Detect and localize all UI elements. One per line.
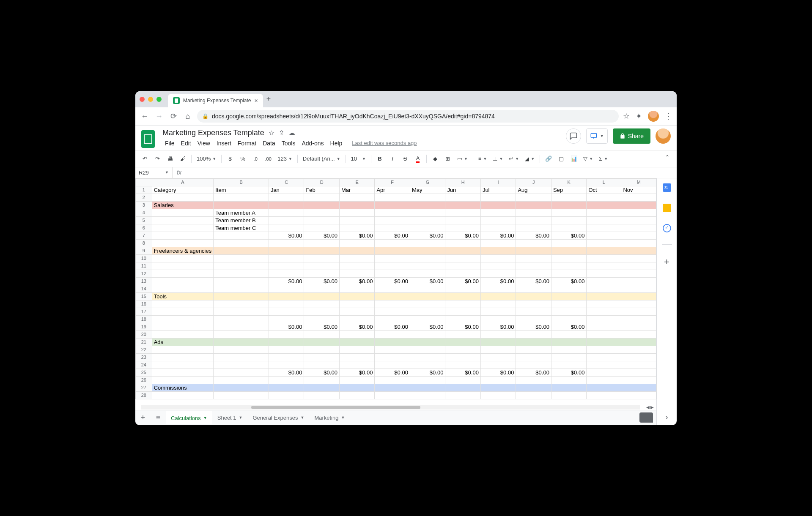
cell[interactable] <box>339 308 375 315</box>
cell[interactable] <box>587 361 621 369</box>
cell[interactable] <box>516 285 551 292</box>
close-tab-icon[interactable]: × <box>255 97 258 104</box>
cell[interactable] <box>621 315 656 323</box>
menu-data[interactable]: Data <box>260 139 278 147</box>
cell[interactable] <box>152 369 214 376</box>
cell[interactable] <box>375 384 410 391</box>
cell[interactable]: Nov <box>621 186 656 194</box>
zoom-selector[interactable]: 100%▼ <box>194 153 219 165</box>
cell[interactable] <box>587 216 621 224</box>
cell[interactable] <box>551 330 587 338</box>
cell[interactable] <box>152 270 214 277</box>
cell[interactable] <box>551 224 587 232</box>
cell[interactable] <box>375 353 410 361</box>
cloud-status-icon[interactable]: ☁ <box>288 129 295 137</box>
cell[interactable] <box>339 239 375 247</box>
cell[interactable] <box>269 292 304 300</box>
cell[interactable] <box>480 361 516 369</box>
cell[interactable] <box>551 262 587 270</box>
cell[interactable] <box>551 209 587 216</box>
cell[interactable] <box>410 194 445 201</box>
cell[interactable] <box>621 323 656 330</box>
cell[interactable] <box>410 254 445 262</box>
cell[interactable]: $0.00 <box>339 277 375 285</box>
star-icon[interactable]: ☆ <box>269 129 274 137</box>
cell[interactable]: Tools <box>152 292 214 300</box>
cell[interactable] <box>269 270 304 277</box>
cell[interactable] <box>480 285 516 292</box>
cell[interactable]: Apr <box>375 186 410 194</box>
cell[interactable] <box>375 201 410 209</box>
cell[interactable] <box>152 232 214 239</box>
cell[interactable] <box>152 330 214 338</box>
cell[interactable] <box>516 209 551 216</box>
cell[interactable]: Feb <box>304 186 340 194</box>
cell[interactable]: $0.00 <box>375 369 410 376</box>
cell[interactable] <box>551 300 587 308</box>
cell[interactable] <box>375 315 410 323</box>
cell[interactable] <box>445 201 481 209</box>
browser-menu-icon[interactable]: ⋮ <box>665 112 672 121</box>
cell[interactable] <box>516 194 551 201</box>
cell[interactable] <box>339 315 375 323</box>
cell[interactable] <box>445 254 481 262</box>
cell[interactable]: Oct <box>587 186 621 194</box>
decrease-decimal-button[interactable]: .0 <box>250 153 261 165</box>
cell[interactable] <box>516 216 551 224</box>
cell[interactable] <box>587 270 621 277</box>
cell[interactable] <box>339 330 375 338</box>
cell[interactable] <box>214 277 269 285</box>
cell[interactable] <box>375 285 410 292</box>
cell[interactable] <box>410 224 445 232</box>
cell[interactable] <box>214 323 269 330</box>
row-header[interactable]: 25 <box>136 369 152 376</box>
cell[interactable] <box>516 361 551 369</box>
cell[interactable] <box>587 330 621 338</box>
cell[interactable] <box>480 308 516 315</box>
cell[interactable] <box>269 254 304 262</box>
cell[interactable] <box>304 330 340 338</box>
cell[interactable] <box>304 353 340 361</box>
cell[interactable] <box>152 285 214 292</box>
cell[interactable] <box>152 300 214 308</box>
cell[interactable] <box>551 384 587 391</box>
cell[interactable] <box>304 338 340 346</box>
cell[interactable] <box>304 308 340 315</box>
cell[interactable] <box>516 353 551 361</box>
row-header[interactable]: 20 <box>136 330 152 338</box>
cell[interactable]: $0.00 <box>551 277 587 285</box>
cell[interactable] <box>516 247 551 254</box>
cell[interactable] <box>214 300 269 308</box>
row-header[interactable]: 13 <box>136 277 152 285</box>
cell[interactable] <box>480 262 516 270</box>
row-header[interactable]: 21 <box>136 338 152 346</box>
forward-button[interactable]: → <box>154 111 164 121</box>
cell[interactable] <box>269 216 304 224</box>
cell[interactable] <box>339 353 375 361</box>
cell[interactable] <box>410 270 445 277</box>
cell[interactable]: $0.00 <box>339 369 375 376</box>
cell[interactable] <box>445 391 481 399</box>
cell[interactable] <box>480 330 516 338</box>
cell[interactable]: $0.00 <box>516 277 551 285</box>
keep-icon[interactable] <box>663 204 671 212</box>
cell[interactable] <box>339 361 375 369</box>
col-header[interactable]: G <box>410 178 445 186</box>
cell[interactable] <box>214 353 269 361</box>
cell[interactable] <box>269 239 304 247</box>
cell[interactable] <box>339 346 375 353</box>
cell[interactable] <box>269 376 304 384</box>
cell[interactable] <box>587 308 621 315</box>
tasks-icon[interactable] <box>663 224 671 232</box>
cell[interactable] <box>375 292 410 300</box>
cell[interactable] <box>445 330 481 338</box>
font-selector[interactable]: Default (Ari...▼ <box>300 153 343 165</box>
cell[interactable]: Ads <box>152 338 214 346</box>
cell[interactable] <box>516 384 551 391</box>
link-button[interactable]: 🔗 <box>543 153 554 165</box>
cell[interactable] <box>587 346 621 353</box>
cell[interactable]: $0.00 <box>551 323 587 330</box>
cell[interactable] <box>375 270 410 277</box>
chart-button[interactable]: 📊 <box>568 153 580 165</box>
addons-plus-icon[interactable]: + <box>664 257 669 268</box>
